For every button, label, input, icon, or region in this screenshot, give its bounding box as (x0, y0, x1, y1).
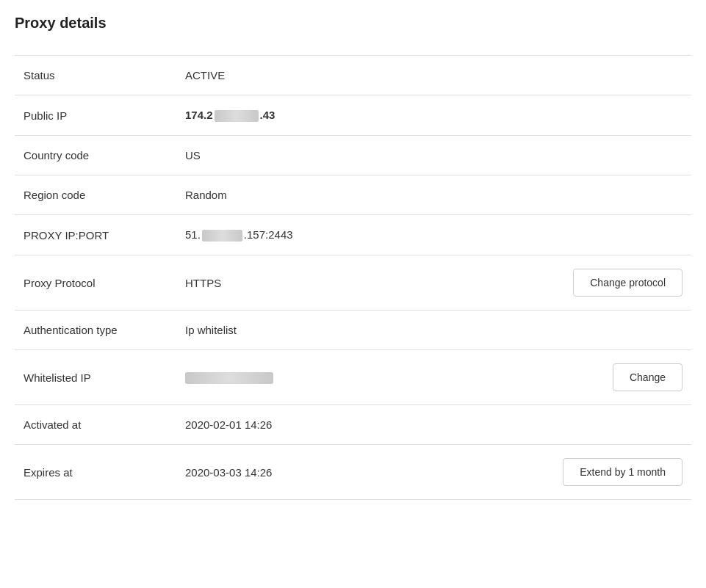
action-cell-expires-at: Extend by 1 month (500, 445, 691, 500)
table-row-public-ip: Public IP174.2.43 (15, 95, 691, 136)
table-row-auth-type: Authentication typeIp whitelist (15, 311, 691, 350)
label-whitelisted-ip: Whitelisted IP (15, 350, 176, 405)
value-status: ACTIVE (176, 56, 500, 95)
action-cell-proxy-ip-port (500, 215, 691, 255)
value-public-ip: 174.2.43 (176, 95, 500, 136)
table-row-proxy-ip-port: PROXY IP:PORT51..157:2443 (15, 215, 691, 255)
action-cell-public-ip (500, 95, 691, 136)
value-proxy-protocol: HTTPS (176, 255, 500, 311)
page-title: Proxy details (15, 15, 691, 37)
btn-proxy-protocol[interactable]: Change protocol (573, 269, 682, 297)
label-proxy-ip-port: PROXY IP:PORT (15, 215, 176, 255)
value-auth-type: Ip whitelist (176, 311, 500, 350)
value-country-code: US (176, 136, 500, 175)
blurred-proxy-ip-middle (202, 230, 242, 242)
label-proxy-protocol: Proxy Protocol (15, 255, 176, 311)
action-cell-whitelisted-ip: Change (500, 350, 691, 405)
action-cell-region-code (500, 175, 691, 215)
value-activated-at: 2020-02-01 14:26 (176, 405, 500, 445)
action-cell-country-code (500, 136, 691, 175)
table-row-expires-at: Expires at2020-03-03 14:26Extend by 1 mo… (15, 445, 691, 500)
label-region-code: Region code (15, 175, 176, 215)
table-row-country-code: Country codeUS (15, 136, 691, 175)
blurred-ip-middle (215, 110, 259, 122)
label-country-code: Country code (15, 136, 176, 175)
label-expires-at: Expires at (15, 445, 176, 500)
label-activated-at: Activated at (15, 405, 176, 445)
table-row-proxy-protocol: Proxy ProtocolHTTPSChange protocol (15, 255, 691, 311)
action-cell-status (500, 56, 691, 95)
btn-expires-at[interactable]: Extend by 1 month (563, 458, 682, 486)
blurred-value-whitelisted-ip (185, 372, 273, 384)
table-row-region-code: Region codeRandom (15, 175, 691, 215)
table-row-activated-at: Activated at2020-02-01 14:26 (15, 405, 691, 445)
action-cell-proxy-protocol: Change protocol (500, 255, 691, 311)
table-row-whitelisted-ip: Whitelisted IPChange (15, 350, 691, 405)
proxy-details-table: StatusACTIVEPublic IP174.2.43Country cod… (15, 55, 691, 500)
label-public-ip: Public IP (15, 95, 176, 136)
label-auth-type: Authentication type (15, 311, 176, 350)
value-region-code: Random (176, 175, 500, 215)
value-proxy-ip-port: 51..157:2443 (176, 215, 500, 255)
value-whitelisted-ip (176, 350, 500, 405)
btn-whitelisted-ip[interactable]: Change (613, 363, 682, 391)
label-status: Status (15, 56, 176, 95)
action-cell-auth-type (500, 311, 691, 350)
action-cell-activated-at (500, 405, 691, 445)
table-row-status: StatusACTIVE (15, 56, 691, 95)
value-expires-at: 2020-03-03 14:26 (176, 445, 500, 500)
